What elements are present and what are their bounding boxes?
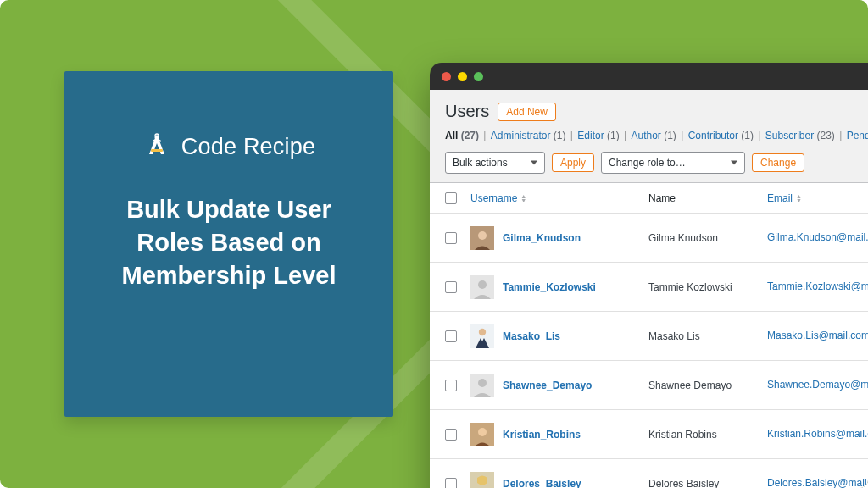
col-name-label: Name <box>648 192 676 204</box>
col-username-label: Username <box>470 192 517 204</box>
avatar <box>470 226 494 250</box>
filter-count: (1) <box>741 130 754 141</box>
email-link[interactable]: Delores.Baisley@mail.com <box>767 477 868 488</box>
change-role-label: Change role to… <box>609 157 686 169</box>
table-row: Masako_LisMasako LisMasako.Lis@mail.comS… <box>430 312 868 361</box>
col-email-label: Email <box>767 192 793 204</box>
table-row: Tammie_KozlowskiTammie KozlowskiTammie.K… <box>430 263 868 312</box>
username-link[interactable]: Gilma_Knudson <box>503 232 581 244</box>
filter-administrator[interactable]: Administrator (1) <box>491 130 566 141</box>
change-role-select[interactable]: Change role to… <box>601 152 745 174</box>
display-name: Tammie Kozlowski <box>648 281 767 293</box>
display-name: Kristian Robins <box>648 429 767 441</box>
headline: Bulk Update User Roles Based on Membersh… <box>93 193 364 292</box>
filter-count: (1) <box>664 130 676 141</box>
email-link[interactable]: Gilma.Knudson@mail.com <box>767 231 868 243</box>
filter-all[interactable]: All (27) <box>445 130 479 141</box>
add-new-button[interactable]: Add New <box>498 103 556 121</box>
row-checkbox[interactable] <box>445 330 457 342</box>
separator: | <box>837 130 845 141</box>
minimize-dot-icon[interactable] <box>458 72 467 81</box>
username-link[interactable]: Kristian_Robins <box>503 429 581 441</box>
row-checkbox[interactable] <box>445 478 457 489</box>
brand-logo-icon <box>142 130 171 163</box>
avatar <box>470 472 494 489</box>
email-link[interactable]: Masako.Lis@mail.com <box>767 330 868 341</box>
separator: | <box>568 130 576 141</box>
sort-icon: ▲▼ <box>520 194 526 202</box>
separator: | <box>678 130 687 141</box>
email-link[interactable]: Kristian.Robins@mail.com <box>767 428 868 440</box>
username-link[interactable]: Masako_Lis <box>503 330 560 342</box>
username-link[interactable]: Tammie_Kozlowski <box>503 281 596 293</box>
svg-point-5 <box>478 280 487 289</box>
bulk-actions-label: Bulk actions <box>453 157 508 169</box>
separator: | <box>481 130 489 141</box>
table-row: Shawnee_DemayoShawnee DemayoShawnee.Dema… <box>430 361 868 410</box>
sort-icon: ▲▼ <box>796 194 802 202</box>
table-header-row: Username ▲▼ Name Email ▲▼ Role <box>430 183 868 214</box>
wp-users-panel: Users Add New All (27) | Administrator (… <box>430 90 868 488</box>
avatar <box>470 324 494 348</box>
filter-count: (27) <box>461 130 479 141</box>
display-name: Delores Baisley <box>648 478 767 489</box>
window-titlebar <box>430 63 868 90</box>
filter-contributor[interactable]: Contributor (1) <box>688 130 754 141</box>
display-name: Shawnee Demayo <box>648 380 767 391</box>
apply-button[interactable]: Apply <box>552 153 594 172</box>
col-username[interactable]: Username ▲▼ <box>470 192 648 204</box>
svg-point-3 <box>478 231 487 240</box>
row-checkbox[interactable] <box>445 429 457 441</box>
username-link[interactable]: Delores_Baisley <box>503 478 581 489</box>
table-row: Kristian_RobinsKristian RobinsKristian.R… <box>430 410 868 459</box>
row-checkbox[interactable] <box>445 380 457 391</box>
select-all-checkbox[interactable] <box>445 192 457 204</box>
filter-count: (1) <box>607 130 620 141</box>
page-title: Users <box>445 102 489 121</box>
display-name: Masako Lis <box>648 330 767 342</box>
browser-window: Users Add New All (27) | Administrator (… <box>430 63 868 488</box>
canvas: Code Recipe Bulk Update User Roles Based… <box>0 0 868 488</box>
separator: | <box>621 130 630 141</box>
svg-rect-0 <box>154 136 159 139</box>
brand-block: Code Recipe <box>93 130 364 163</box>
filter-pending[interactable]: Pending (0) <box>847 130 868 141</box>
svg-point-7 <box>479 328 486 335</box>
svg-rect-1 <box>151 149 163 152</box>
filter-editor[interactable]: Editor (1) <box>577 130 619 141</box>
users-table: Username ▲▼ Name Email ▲▼ Role Gilma_Knu… <box>430 182 868 488</box>
row-checkbox[interactable] <box>445 232 457 244</box>
row-checkbox[interactable] <box>445 281 457 293</box>
svg-point-9 <box>478 379 487 387</box>
maximize-dot-icon[interactable] <box>474 72 483 81</box>
avatar <box>470 374 494 397</box>
avatar <box>470 423 494 446</box>
col-name[interactable]: Name <box>648 192 767 204</box>
filter-subscriber[interactable]: Subscriber (23) <box>765 130 835 141</box>
role-filter-bar: All (27) | Administrator (1) | Editor (1… <box>445 130 868 141</box>
close-dot-icon[interactable] <box>442 72 451 81</box>
brand-name: Code Recipe <box>181 134 315 160</box>
change-button[interactable]: Change <box>752 153 804 172</box>
promo-card: Code Recipe Bulk Update User Roles Based… <box>64 71 393 417</box>
wp-heading: Users Add New <box>445 102 868 121</box>
avatar <box>470 275 494 299</box>
email-link[interactable]: Shawnee.Demayo@mail.com <box>767 379 868 391</box>
table-row: Delores_BaisleyDelores BaisleyDelores.Ba… <box>430 459 868 488</box>
username-link[interactable]: Shawnee_Demayo <box>503 380 592 391</box>
email-link[interactable]: Tammie.Kozlowski@mail.com <box>767 280 868 292</box>
svg-point-11 <box>478 428 487 436</box>
filter-author[interactable]: Author (1) <box>631 130 676 141</box>
bulk-actions-row: Bulk actions Apply Change role to… Chang… <box>445 152 868 174</box>
col-email[interactable]: Email ▲▼ <box>767 192 868 204</box>
table-row: Gilma_KnudsonGilma KnudsonGilma.Knudson@… <box>430 214 868 263</box>
separator: | <box>755 130 764 141</box>
bulk-actions-select[interactable]: Bulk actions <box>445 152 545 174</box>
filter-count: (1) <box>554 130 566 141</box>
filter-count: (23) <box>817 130 835 141</box>
display-name: Gilma Knudson <box>648 232 767 244</box>
